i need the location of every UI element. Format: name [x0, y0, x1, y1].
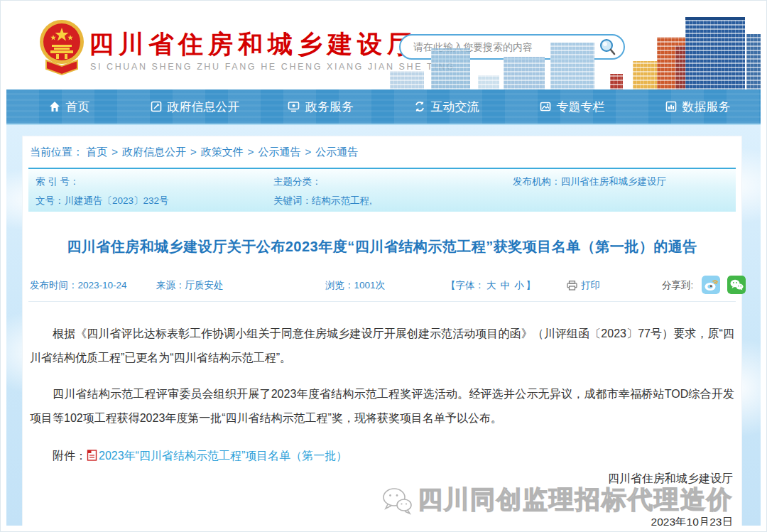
site-title: 四川省住房和城乡建设厅	[89, 28, 417, 61]
main-nav: 首页 政府信息公开 政务服务 互动交流 专题专栏 数据服务	[6, 89, 761, 125]
breadcrumb: 当前位置： 首页>政府信息公开>政策文件>公示通告>公示通告	[23, 136, 741, 168]
breadcrumb-policy-docs[interactable]: 政策文件	[201, 146, 244, 158]
content-card: 当前位置： 首页>政府信息公开>政策文件>公示通告>公示通告 索 引 号： 主题…	[22, 136, 742, 526]
source: 来源：厅质安处	[156, 279, 224, 292]
paragraph: 四川省结构示范工程评审委员会组织开展了2023年度省结构示范工程奖评选活动。经评…	[30, 382, 734, 430]
view-count: 浏览：1001次	[325, 279, 385, 292]
document-info-box: 索 引 号： 主题分类： 发布机构：四川省住房和城乡建设厅 文号：川建通告〔20…	[28, 168, 736, 212]
national-emblem-logo	[39, 19, 85, 79]
font-size-large[interactable]: 大	[486, 280, 496, 291]
watermark-text: 四川同创监理招标代理造价	[418, 483, 733, 516]
doc-index-no: 索 引 号：	[36, 175, 273, 188]
attachment-link[interactable]: 2023年“四川省结构示范工程”项目名单（第一批）	[99, 450, 347, 462]
font-size-medium[interactable]: 中	[501, 280, 511, 291]
doc-keywords: 关键词：结构示范工程,	[273, 195, 513, 207]
topics-icon	[540, 101, 551, 112]
wechat-share-icon[interactable]	[727, 276, 746, 294]
nav-item-interaction[interactable]: 互动交流	[384, 89, 509, 124]
monitor-icon	[288, 101, 300, 112]
search-icon[interactable]	[598, 38, 616, 56]
building-graphic	[431, 48, 470, 89]
article-meta: 发布时间：2023-10-24 来源：厅质安处 浏览：1001次 【字体：大中小…	[28, 278, 736, 302]
attachment-label: 附件：	[53, 450, 87, 462]
nav-item-gov-services[interactable]: 政务服务	[258, 89, 384, 124]
printer-icon	[567, 281, 577, 291]
publish-date: 2023年10月23日	[608, 515, 733, 526]
page: 四川省住房和城乡建设厅 SI CHUAN SHENG ZHU FANG HE C…	[6, 6, 761, 526]
building-graphic	[550, 43, 594, 89]
wechat-bubbles-watermark-icon	[381, 485, 413, 515]
paragraph: 根据《四川省评比达标表彰工作协调小组关于同意住房城乡建设厅开展创建示范活动项目的…	[30, 322, 734, 370]
nav-item-home[interactable]: 首页	[6, 89, 132, 124]
building-graphic	[504, 57, 545, 89]
share-label: 分享到:	[662, 279, 693, 292]
font-size-small[interactable]: 小	[514, 280, 524, 291]
breadcrumb-home[interactable]: 首页	[86, 146, 107, 158]
nav-item-data-services[interactable]: 数据服务	[635, 89, 761, 124]
article-title: 四川省住房和城乡建设厅关于公布2023年度“四川省结构示范工程”获奖项目名单（第…	[23, 237, 741, 256]
article-footer: 四川省住房和城乡建设厅 2023年10月23日 四川同创监理招标代理造价	[608, 472, 733, 526]
signature: 四川省住房和城乡建设厅	[608, 472, 733, 487]
building-graphic	[633, 61, 660, 89]
building-graphic	[478, 75, 499, 89]
home-icon	[49, 101, 60, 112]
watermark: 四川同创监理招标代理造价	[381, 483, 733, 516]
site-header: 四川省住房和城乡建设厅 SI CHUAN SHENG ZHU FANG HE C…	[6, 6, 761, 89]
breadcrumb-info-disclosure[interactable]: 政府信息公开	[122, 146, 186, 158]
building-graphic	[685, 17, 745, 89]
nav-item-special-topics[interactable]: 专题专栏	[509, 89, 635, 124]
publish-time: 发布时间：2023-10-24	[30, 279, 127, 292]
doc-issuer: 发布机构：四川省住房和城乡建设厅	[513, 175, 736, 188]
attachment-row: 附件：2023年“四川省结构示范工程”项目名单（第一批）	[30, 449, 734, 464]
interaction-icon	[414, 101, 425, 112]
breadcrumb-notices[interactable]: 公示通告	[258, 146, 300, 158]
breadcrumb-label: 当前位置：	[30, 146, 83, 158]
doc-number: 文号：川建通告〔2023〕232号	[36, 195, 273, 207]
nav-item-info-disclosure[interactable]: 政府信息公开	[132, 89, 258, 124]
site-subtitle-pinyin: SI CHUAN SHENG ZHU FANG HE CHENG XIANG J…	[90, 62, 455, 72]
main-area: 当前位置： 首页>政府信息公开>政策文件>公示通告>公示通告 索 引 号： 主题…	[6, 125, 761, 526]
bar-chart-icon	[665, 101, 677, 112]
print-button[interactable]: 打印	[567, 279, 600, 292]
doc-category: 主题分类：	[273, 175, 513, 188]
building-graphic	[390, 71, 424, 89]
building-graphic	[746, 34, 761, 89]
building-graphic	[610, 74, 623, 89]
pdf-file-icon	[87, 450, 97, 461]
breadcrumb-current[interactable]: 公示通告	[315, 146, 358, 158]
weibo-share-icon[interactable]	[702, 276, 720, 294]
article-body: 根据《四川省评比达标表彰工作协调小组关于同意住房城乡建设厅开展创建示范活动项目的…	[30, 322, 734, 430]
screenshot-frame: 四川省住房和城乡建设厅 SI CHUAN SHENG ZHU FANG HE C…	[0, 0, 767, 532]
disclosure-icon	[151, 101, 162, 112]
font-size-control: 【字体：大中小】	[446, 279, 535, 292]
